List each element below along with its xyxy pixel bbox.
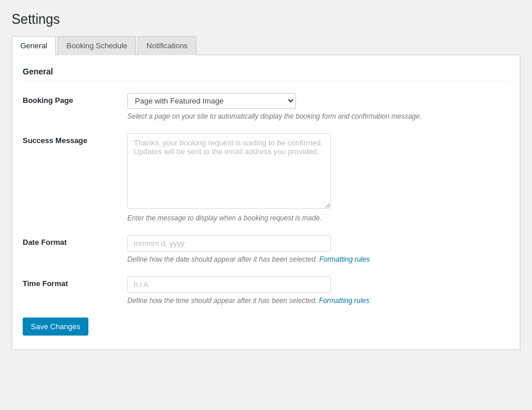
booking-page-row: Booking Page Page with Featured Image Ho… <box>23 93 509 120</box>
time-format-row: Time Format Define how the time should a… <box>23 276 509 305</box>
date-format-field: Define how the date should appear after … <box>127 235 509 263</box>
save-button[interactable]: Save Changes <box>23 318 88 336</box>
time-format-label: Time Format <box>23 276 127 288</box>
tab-notifications[interactable]: Notifications <box>138 36 197 55</box>
success-message-row: Success Message Enter the message to dis… <box>23 133 509 222</box>
success-message-hint: Enter the message to display when a book… <box>127 214 509 222</box>
save-row: Save Changes <box>23 318 509 336</box>
time-format-hint: Define how the time should appear after … <box>127 297 509 305</box>
booking-page-hint: Select a page on your site to automatica… <box>127 112 509 120</box>
success-message-label: Success Message <box>23 133 127 145</box>
date-format-label: Date Format <box>23 235 127 247</box>
time-format-hint-text: Define how the time should appear after … <box>127 297 317 305</box>
date-format-row: Date Format Define how the date should a… <box>23 235 509 263</box>
time-format-input[interactable] <box>127 276 331 293</box>
time-format-rules-link[interactable]: Formatting rules <box>319 297 370 305</box>
settings-panel: General Booking Page Page with Featured … <box>12 55 520 350</box>
booking-page-label: Booking Page <box>23 93 127 105</box>
section-heading: General <box>23 67 509 81</box>
date-format-rules-link[interactable]: Formatting rules <box>319 255 370 263</box>
success-message-field: Enter the message to display when a book… <box>127 133 509 222</box>
tab-booking-schedule[interactable]: Booking Schedule <box>58 36 136 55</box>
time-format-field: Define how the time should appear after … <box>127 276 509 305</box>
booking-page-field: Page with Featured Image Home About Cont… <box>127 93 509 120</box>
tab-general[interactable]: General <box>12 36 56 55</box>
success-message-textarea[interactable] <box>127 133 331 209</box>
tabs-nav: General Booking Schedule Notifications <box>12 35 520 55</box>
date-format-hint: Define how the date should appear after … <box>127 255 509 263</box>
date-format-hint-text: Define how the date should appear after … <box>127 255 317 263</box>
booking-page-select[interactable]: Page with Featured Image Home About Cont… <box>127 93 296 109</box>
page-title: Settings <box>12 12 520 27</box>
date-format-input[interactable] <box>127 235 331 252</box>
